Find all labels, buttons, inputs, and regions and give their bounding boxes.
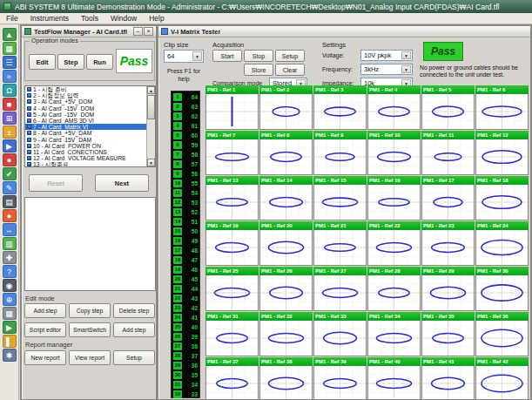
clip-pin-display[interactable]: 1642633624615606597588579561055115412531… [171, 91, 200, 398]
pin-38[interactable]: 38 [192, 343, 198, 349]
vi-cell[interactable]: PM1 - Ref 15 [313, 176, 367, 220]
pin-62[interactable]: 62 [192, 113, 198, 119]
zoom-icon[interactable]: ⊕ [3, 293, 17, 306]
pin-27[interactable]: 27 [173, 342, 182, 350]
pin-64[interactable]: 64 [192, 94, 198, 100]
pin-59[interactable]: 59 [192, 142, 198, 148]
step-list[interactable]: 1 - 시험 준비2 - 시험정보 입력3 - AI Card_+5V_DOM4… [24, 85, 156, 167]
pin-43[interactable]: 43 [192, 295, 198, 302]
vi-cell[interactable]: PM1 - Ref 39 [313, 357, 367, 400]
pin-6[interactable]: 6 [173, 141, 182, 149]
record-icon[interactable]: ● [3, 153, 17, 166]
store-button[interactable]: Store [244, 64, 273, 76]
vi-cell[interactable]: PM1 - Ref 8 [259, 131, 313, 175]
pin-7[interactable]: 7 [173, 151, 182, 159]
grid-icon[interactable]: ▦ [3, 307, 17, 320]
vi-cell[interactable]: PM1 - Ref 19 [205, 221, 259, 266]
next-button[interactable]: Next [95, 174, 149, 192]
pin-9[interactable]: 9 [173, 170, 182, 178]
pin-23[interactable]: 23 [173, 304, 182, 312]
menu-item-instruments[interactable]: Instruments [24, 13, 75, 24]
pin-53[interactable]: 53 [192, 200, 198, 206]
step-list-item[interactable]: 5 - AI Card_-15V_DOM [25, 112, 146, 118]
step-list-item[interactable]: 10 - AI Card_POWER ON [25, 143, 146, 149]
step-list-item[interactable]: 11 - AI Card_CONECTIONS [25, 149, 146, 155]
vi-cell[interactable]: PM1 - Ref 33 [313, 312, 367, 356]
help-icon[interactable]: ? [3, 265, 17, 278]
pin-50[interactable]: 50 [192, 228, 198, 234]
vi-cell[interactable]: PM1 - Ref 2 [259, 85, 313, 130]
meter-icon[interactable]: Ω [3, 84, 17, 97]
copy-step-button[interactable]: Copy step [69, 303, 111, 318]
pin-60[interactable]: 60 [192, 132, 198, 139]
pin-49[interactable]: 49 [192, 238, 198, 244]
stop-button[interactable]: Stop [244, 50, 273, 62]
vi-cell[interactable]: PM1 - Ref 29 [421, 267, 475, 311]
vi-cell[interactable]: PM1 - Ref 5 [421, 85, 475, 130]
vi-cell[interactable]: PM1 - Ref 9 [313, 131, 367, 175]
scope-icon[interactable]: ≈ [3, 70, 17, 83]
pin-46[interactable]: 46 [192, 267, 198, 273]
pin-4[interactable]: 4 [173, 122, 182, 130]
step-list-item[interactable]: 3 - AI Card_+5V_DOM [25, 98, 146, 105]
testflow-titlebar[interactable]: TestFlow Manager - AI Card.tfl –× [22, 26, 156, 37]
step-list-item[interactable]: 13 - 시험종료 [25, 161, 146, 167]
step-mode-button[interactable]: Step [57, 54, 84, 70]
pin-61[interactable]: 61 [192, 123, 198, 129]
run-mode-button[interactable]: Run [86, 54, 113, 70]
pin-10[interactable]: 10 [173, 180, 182, 187]
pin-20[interactable]: 20 [173, 275, 182, 283]
pin-2[interactable]: 2 [173, 103, 182, 111]
vi-cell[interactable]: PM1 - Ref 20 [259, 221, 313, 266]
pin-29[interactable]: 29 [173, 362, 182, 369]
delete-step-button[interactable]: Delete step [113, 303, 155, 318]
vi-cell[interactable]: PM1 - Ref 41 [421, 357, 475, 400]
pass-check-icon[interactable]: ✔ [3, 167, 17, 180]
pin-56[interactable]: 56 [192, 171, 198, 177]
pin-41[interactable]: 41 [192, 315, 198, 321]
vi-cell[interactable]: PM1 - Ref 32 [259, 312, 313, 356]
vi-cell[interactable]: PM1 - Ref 10 [367, 131, 421, 175]
vi-cell[interactable]: PM1 - Ref 13 [205, 176, 259, 220]
menu-item-file[interactable]: File [0, 13, 24, 24]
vi-cell[interactable]: PM1 - Ref 38 [259, 357, 313, 400]
vi-cell[interactable]: PM1 - Ref 14 [259, 176, 313, 220]
probe-icon[interactable]: ▲ [3, 28, 17, 41]
camera-icon[interactable]: ◉ [3, 279, 17, 292]
add-step-button[interactable]: Add step [24, 303, 66, 318]
pin-39[interactable]: 39 [192, 334, 198, 340]
pin-15[interactable]: 15 [173, 227, 182, 235]
pin-58[interactable]: 58 [192, 152, 198, 158]
vi-cell[interactable]: PM1 - Ref 4 [367, 85, 421, 130]
pin-45[interactable]: 45 [192, 276, 198, 282]
pin-35[interactable]: 35 [192, 372, 198, 378]
step-list-item[interactable]: 1 - 시험 준비 [25, 86, 146, 92]
pin-24[interactable]: 24 [173, 314, 182, 322]
step-list-item[interactable]: 7 - AI Card_Matrix VI [25, 124, 146, 130]
view-report-button[interactable]: View report [69, 350, 111, 365]
menu-item-help[interactable]: Help [143, 13, 170, 24]
vi-cell[interactable]: PM1 - Ref 23 [421, 221, 475, 266]
matrix-icon[interactable]: ⊞ [3, 112, 17, 125]
vi-cell[interactable]: PM1 - Ref 12 [475, 131, 529, 175]
pin-17[interactable]: 17 [173, 247, 182, 254]
vi-cell[interactable]: PM1 - Ref 30 [475, 267, 529, 311]
pin-57[interactable]: 57 [192, 161, 198, 167]
scroll-thumb[interactable] [147, 95, 155, 119]
pin-5[interactable]: 5 [173, 132, 182, 139]
pin-13[interactable]: 13 [173, 208, 182, 216]
close-button[interactable]: × [144, 27, 153, 36]
testflow-icon[interactable]: ☰ [3, 56, 17, 69]
pin-63[interactable]: 63 [192, 104, 198, 110]
pin-47[interactable]: 47 [192, 257, 198, 263]
pin-33[interactable]: 33 [192, 391, 198, 397]
edit-mode-button[interactable]: Edit [29, 54, 56, 70]
edit-icon[interactable]: ✎ [3, 181, 17, 194]
vi-cell[interactable]: PM1 - Ref 16 [367, 176, 421, 220]
voltage-select[interactable]: 10V pkpk ▼ [360, 50, 413, 61]
settings-icon[interactable]: ✱ [3, 349, 17, 362]
menu-item-tools[interactable]: Tools [75, 13, 104, 24]
vi-cell[interactable]: PM1 - Ref 37 [205, 357, 259, 400]
vi-cell[interactable]: PM1 - Ref 21 [313, 221, 367, 266]
step-list-item[interactable]: 2 - 시험정보 입력 [25, 92, 146, 98]
